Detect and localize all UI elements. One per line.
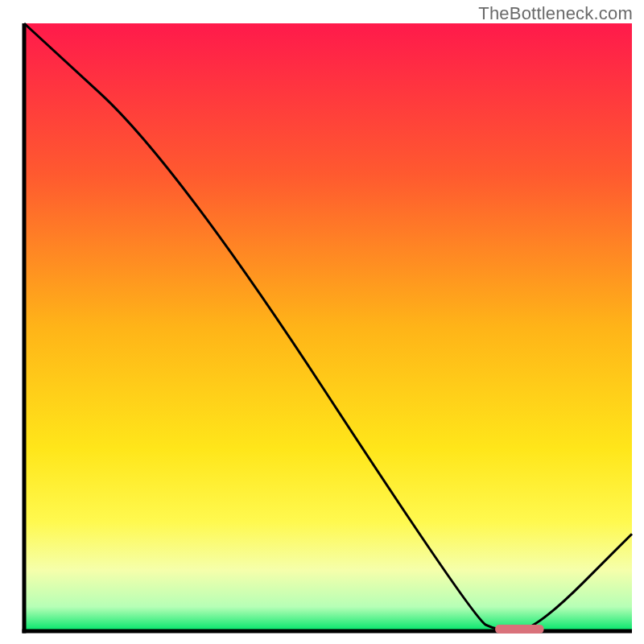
chart-container: TheBottleneck.com bbox=[0, 0, 644, 644]
plot-background bbox=[24, 23, 632, 631]
marker-bar bbox=[495, 625, 543, 634]
watermark-label: TheBottleneck.com bbox=[478, 3, 633, 24]
bottleneck-chart bbox=[0, 0, 644, 644]
